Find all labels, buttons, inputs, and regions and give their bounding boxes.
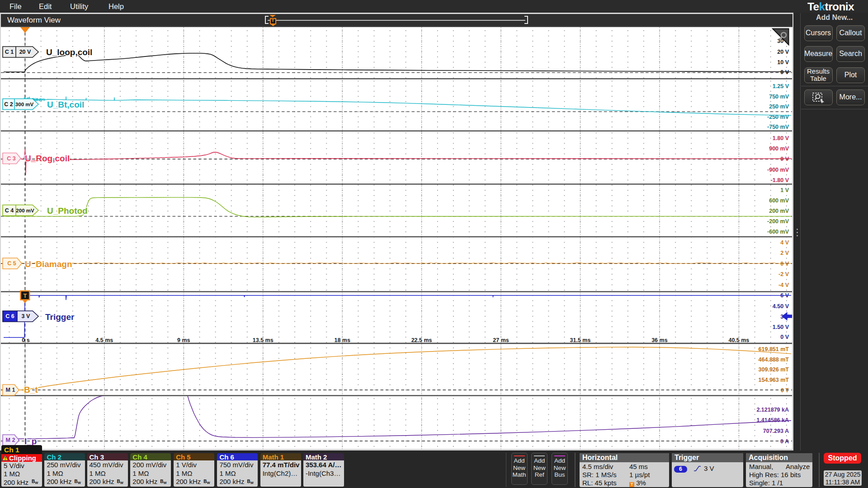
svg-text:20 V: 20 V	[777, 49, 789, 55]
svg-text:M 1: M 1	[6, 387, 15, 393]
svg-text:C 1: C 1	[5, 49, 14, 55]
svg-text:40.5 ms: 40.5 ms	[728, 337, 749, 343]
svg-text:900 mV: 900 mV	[769, 145, 789, 152]
svg-text:U_loop,coil: U_loop,coil	[46, 47, 92, 57]
svg-text:300 mV: 300 mV	[15, 102, 34, 107]
svg-text:13.5 ms: 13.5 ms	[253, 337, 274, 343]
svg-text:0 V: 0 V	[780, 334, 789, 340]
svg-text:200 mV: 200 mV	[16, 208, 34, 213]
svg-text:C 4: C 4	[5, 207, 14, 214]
svg-text:C 5: C 5	[7, 260, 16, 267]
svg-text:1.414586 kA: 1.414586 kA	[756, 417, 789, 423]
svg-text:-4 V: -4 V	[778, 282, 789, 288]
svg-text:C 2: C 2	[4, 101, 13, 108]
svg-text:-200 mV: -200 mV	[767, 218, 789, 225]
svg-text:309.926 mT: 309.926 mT	[759, 366, 789, 373]
svg-text:4.50 V: 4.50 V	[773, 303, 789, 310]
svg-text:2 V: 2 V	[780, 250, 789, 256]
svg-text:154.963 mT: 154.963 mT	[759, 377, 789, 383]
svg-text:1.50 V: 1.50 V	[773, 324, 789, 330]
svg-text:U_Diamagn: U_Diamagn	[25, 259, 72, 269]
svg-text:707.293 A: 707.293 A	[763, 428, 789, 434]
svg-text:27 ms: 27 ms	[493, 337, 509, 343]
svg-text:464.888 mT: 464.888 mT	[759, 357, 789, 363]
svg-text:600 mV: 600 mV	[769, 197, 789, 204]
svg-text:-2 V: -2 V	[778, 271, 789, 277]
svg-text:-900 mV: -900 mV	[767, 167, 789, 173]
svg-text:U_Rog,coil: U_Rog,coil	[25, 154, 70, 163]
svg-text:-600 mV: -600 mV	[767, 229, 789, 235]
svg-text:9 ms: 9 ms	[177, 337, 190, 343]
svg-text:1 V: 1 V	[780, 187, 789, 193]
svg-text:3 V: 3 V	[22, 313, 30, 319]
svg-text:-250 mV: -250 mV	[767, 114, 789, 120]
svg-text:I_p: I_p	[24, 436, 37, 446]
svg-text:31.5 ms: 31.5 ms	[570, 337, 591, 343]
svg-text:20 V: 20 V	[19, 49, 31, 55]
svg-text:B_t: B_t	[24, 385, 38, 394]
svg-text:-1.80 V: -1.80 V	[771, 177, 789, 183]
svg-text:18 ms: 18 ms	[334, 337, 350, 343]
svg-text:1.80 V: 1.80 V	[773, 135, 789, 141]
svg-text:2.121879 kA: 2.121879 kA	[756, 407, 789, 413]
svg-text:4.5 ms: 4.5 ms	[95, 337, 113, 343]
svg-text:U_Photod: U_Photod	[47, 206, 88, 216]
svg-text:22.5 ms: 22.5 ms	[411, 337, 432, 343]
svg-text:-750 mV: -750 mV	[767, 124, 789, 130]
svg-text:0 T: 0 T	[781, 387, 789, 394]
svg-text:200 mV: 200 mV	[769, 208, 789, 214]
svg-text:619.851 mT: 619.851 mT	[759, 346, 789, 352]
svg-text:750 mV: 750 mV	[769, 94, 789, 100]
svg-text:U_Bt,coil: U_Bt,coil	[47, 100, 84, 109]
svg-text:T: T	[23, 292, 27, 299]
svg-text:C 6: C 6	[5, 313, 14, 319]
svg-text:1.25 V: 1.25 V	[773, 83, 789, 89]
svg-text:250 mV: 250 mV	[769, 103, 789, 110]
svg-text:36 ms: 36 ms	[651, 337, 667, 343]
svg-text:0 V: 0 V	[780, 69, 789, 75]
svg-text:C 3: C 3	[7, 155, 16, 162]
svg-text:Trigger: Trigger	[45, 312, 75, 322]
svg-text:10 V: 10 V	[777, 59, 789, 66]
svg-text:4 V: 4 V	[780, 239, 789, 246]
svg-text:0 s: 0 s	[22, 337, 29, 343]
svg-text:M 2: M 2	[6, 437, 15, 443]
